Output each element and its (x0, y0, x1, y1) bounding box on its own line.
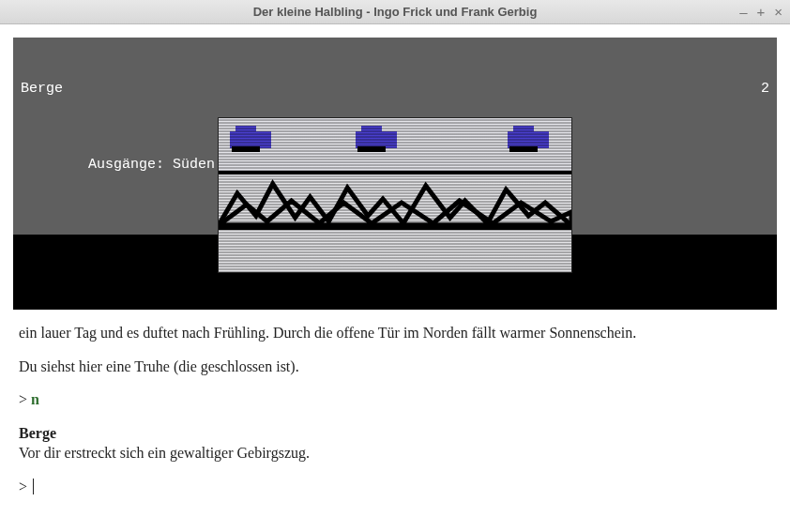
room-description: Vor dir erstreckt sich ein gewaltiger Ge… (19, 445, 310, 461)
prompt-symbol: > (19, 391, 27, 407)
close-icon[interactable]: × (774, 5, 782, 19)
foreground (219, 230, 571, 272)
status-score: 2 (761, 80, 769, 99)
window-titlebar: Der kleine Halbling - Ingo Frick und Fra… (0, 0, 790, 24)
status-location: Berge (21, 80, 63, 99)
text-cursor-icon (33, 479, 34, 494)
prompt-symbol: > (19, 477, 27, 497)
previous-command-line: > n (19, 389, 771, 410)
app-body: Berge 2 Ausgänge: Süden OSTEN WESTEN OBE… (0, 24, 790, 532)
command-input-row[interactable]: > (19, 477, 771, 497)
maximize-icon[interactable]: + (756, 5, 765, 19)
narrative-text: ein lauer Tag und es duftet nach Frühlin… (19, 323, 771, 343)
scene-image (218, 117, 572, 273)
cloud-icon (508, 131, 549, 148)
narrative-text: Du siehst hier eine Truhe (die geschloss… (19, 357, 771, 377)
cloud-icon (230, 131, 271, 148)
previous-command: n (31, 391, 39, 407)
mountains-icon (219, 175, 571, 225)
room-block: Berge Vor dir erstreckt sich ein gewalti… (19, 423, 771, 464)
command-input[interactable] (38, 479, 771, 495)
graphics-pane: Berge 2 Ausgänge: Süden OSTEN WESTEN OBE… (13, 38, 777, 310)
cloud-icon (356, 131, 397, 148)
window-controls: – + × (739, 5, 782, 19)
transcript-pane: ein lauer Tag und es duftet nach Frühlin… (13, 310, 777, 503)
room-name: Berge (19, 425, 56, 441)
minimize-icon[interactable]: – (739, 5, 747, 19)
window-title: Der kleine Halbling - Ingo Frick und Fra… (253, 5, 538, 19)
exits-label: Ausgänge: (88, 157, 164, 173)
